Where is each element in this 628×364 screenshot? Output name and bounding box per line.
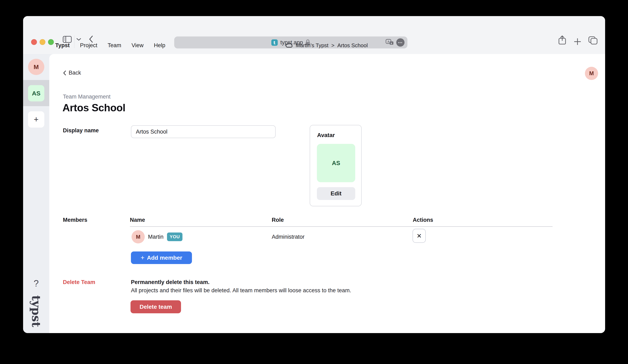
- delete-team-button[interactable]: Delete team: [131, 300, 181, 313]
- member-avatar: M: [132, 230, 145, 243]
- delete-team-section-label: Delete Team: [63, 279, 95, 286]
- member-name: Martin: [148, 234, 163, 240]
- cloud-icon: [285, 43, 293, 48]
- add-member-label: Add member: [147, 255, 182, 261]
- back-button[interactable]: Back: [63, 70, 81, 76]
- titlebar: t typst.app A x: [23, 16, 605, 37]
- remove-member-button[interactable]: ✕: [412, 229, 426, 243]
- sidebar-team-avatar[interactable]: AS: [28, 85, 44, 101]
- help-icon[interactable]: ?: [23, 278, 49, 289]
- menu-help[interactable]: Help: [154, 42, 165, 49]
- avatar-card-title: Avatar: [317, 132, 335, 139]
- account-avatar[interactable]: M: [585, 67, 598, 80]
- column-header-role: Role: [272, 217, 284, 223]
- add-member-button[interactable]: + Add member: [131, 251, 192, 264]
- column-header-name: Name: [130, 217, 145, 223]
- browser-window: t typst.app A x: [23, 16, 605, 333]
- plus-icon: +: [141, 254, 145, 262]
- team-avatar-initials: AS: [332, 160, 340, 166]
- breadcrumb-current: Artos School: [337, 42, 368, 49]
- team-initial: AS: [32, 90, 41, 97]
- member-initial: M: [136, 234, 140, 240]
- delete-team-description: All projects and their files will be del…: [131, 287, 351, 294]
- main-content: Back M Team Management Artos School Disp…: [49, 54, 605, 333]
- table-header-divider: [130, 226, 552, 227]
- avatar-card: Avatar AS Edit: [310, 125, 362, 206]
- workspace-sidebar: M AS + ? typst: [23, 54, 49, 333]
- close-icon: ✕: [416, 232, 422, 239]
- page-title: Artos School: [63, 102, 125, 114]
- team-avatar-preview: AS: [317, 144, 355, 182]
- sidebar-add-team-button[interactable]: +: [28, 111, 44, 128]
- members-label: Members: [63, 217, 87, 223]
- back-label: Back: [69, 70, 81, 76]
- app-body: M AS + ? typst Back M Team Management: [23, 54, 605, 333]
- user-initial: M: [34, 64, 39, 71]
- menu-typst[interactable]: Typst: [55, 42, 70, 49]
- member-role: Administrator: [272, 234, 305, 240]
- menu-view[interactable]: View: [132, 42, 144, 49]
- plus-icon: +: [34, 115, 39, 124]
- menu-team[interactable]: Team: [108, 42, 121, 49]
- browser-chrome: t typst.app A x: [23, 16, 605, 54]
- back-chevron-icon: [63, 70, 66, 76]
- delete-team-heading: Permanently delete this team.: [131, 279, 210, 286]
- menu-project[interactable]: Project: [80, 42, 97, 49]
- breadcrumb-separator: >: [331, 42, 334, 49]
- account-initial: M: [589, 70, 594, 77]
- display-name-input[interactable]: [131, 125, 276, 138]
- breadcrumb-workspace[interactable]: Martin's Typst: [296, 42, 328, 49]
- breadcrumb: Martin's Typst > Artos School: [285, 37, 368, 54]
- sidebar-user-avatar[interactable]: M: [28, 59, 44, 75]
- typst-logo: typst: [29, 295, 43, 327]
- you-badge: YOU: [167, 232, 182, 241]
- section-eyebrow: Team Management: [63, 94, 110, 100]
- column-header-actions: Actions: [413, 217, 433, 223]
- display-name-label: Display name: [63, 127, 99, 134]
- edit-avatar-button[interactable]: Edit: [317, 187, 355, 200]
